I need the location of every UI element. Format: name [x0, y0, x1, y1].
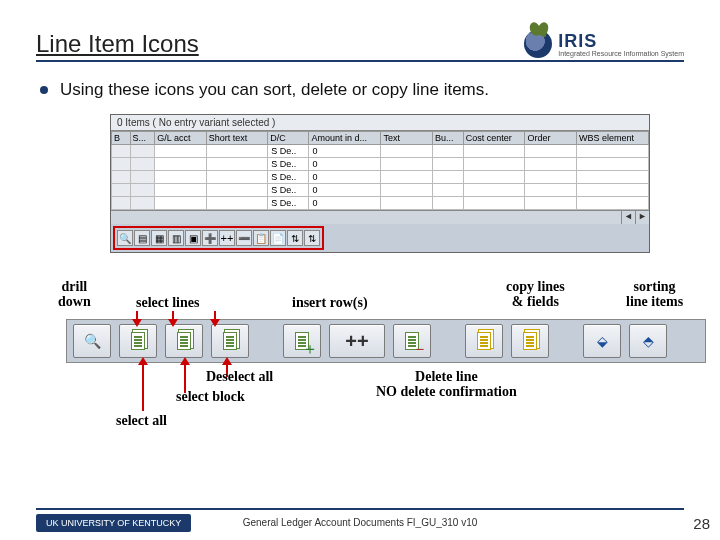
toolbar-icon[interactable]: ⇅ [304, 230, 320, 246]
table-row: S De..0 [112, 184, 649, 197]
line-item-table: B S... G/L acct Short text D/C Amount in… [111, 131, 649, 210]
sort-ascending-button[interactable]: ⬙ [583, 324, 621, 358]
logo-text: IRIS [558, 32, 684, 50]
line-item-table-screenshot: 0 Items ( No entry variant selected ) B … [110, 114, 650, 253]
table-row: S De..0 [112, 197, 649, 210]
delete-row-button[interactable]: － [393, 324, 431, 358]
label-copy-lines: copy lines & fields [506, 279, 565, 310]
table-header-row: B S... G/L acct Short text D/C Amount in… [112, 132, 649, 145]
arrow-icon [142, 363, 144, 411]
toolbar-highlight: 🔍 ▤ ▦ ▥ ▣ ➕ ++ ➖ 📋 📄 ⇅ ⇅ [113, 226, 324, 250]
label-deselect-all: Deselect all [206, 369, 273, 384]
table-row: S De..0 [112, 171, 649, 184]
copy-lines-button[interactable] [465, 324, 503, 358]
label-drill-down: drill down [58, 279, 91, 310]
deselect-all-button[interactable] [211, 324, 249, 358]
table-caption: 0 Items ( No entry variant selected ) [111, 115, 649, 131]
logo-subtext: Integrated Resource Information System [558, 50, 684, 57]
label-select-all: select all [116, 413, 167, 428]
select-all-button[interactable] [119, 324, 157, 358]
iris-logo: IRIS Integrated Resource Information Sys… [524, 30, 684, 58]
toolbar-icon[interactable]: ▣ [185, 230, 201, 246]
arrow-icon [214, 311, 216, 321]
label-sorting: sorting line items [626, 279, 683, 310]
toolbar-icon[interactable]: ++ [219, 230, 235, 246]
insert-row-button[interactable]: ＋ [283, 324, 321, 358]
sort-descending-button[interactable]: ⬘ [629, 324, 667, 358]
arrow-icon [136, 311, 138, 321]
toolbar-icon[interactable]: ➕ [202, 230, 218, 246]
toolbar-icon[interactable]: 📋 [253, 230, 269, 246]
drill-down-button[interactable]: 🔍 [73, 324, 111, 358]
insert-multiple-rows-button[interactable]: ++ [329, 324, 385, 358]
label-select-block: select block [176, 389, 245, 404]
enlarged-toolbar: 🔍 ＋ ++ － ⬙ ⬘ [66, 319, 706, 363]
bullet-icon [40, 86, 48, 94]
copy-fields-button[interactable] [511, 324, 549, 358]
select-block-button[interactable] [165, 324, 203, 358]
arrow-icon [172, 311, 174, 321]
toolbar-icon[interactable]: 🔍 [117, 230, 133, 246]
label-insert-rows: insert row(s) [292, 295, 368, 310]
bullet-text: Using these icons you can sort, delete o… [60, 80, 489, 100]
label-delete-line: Delete line NO delete confirmation [376, 369, 517, 400]
footer-text: General Ledger Account Documents FI_GU_3… [0, 517, 720, 528]
toolbar-icon[interactable]: 📄 [270, 230, 286, 246]
toolbar-icon[interactable]: ▤ [134, 230, 150, 246]
label-select-lines: select lines [136, 295, 199, 310]
toolbar-icon[interactable]: ▥ [168, 230, 184, 246]
page-number: 28 [693, 515, 710, 532]
toolbar-icon[interactable]: ⇅ [287, 230, 303, 246]
footer-rule [36, 508, 684, 510]
toolbar-icon[interactable]: ➖ [236, 230, 252, 246]
toolbar-icon[interactable]: ▦ [151, 230, 167, 246]
table-row: S De..0 [112, 145, 649, 158]
page-title: Line Item Icons [36, 30, 199, 58]
table-row: S De..0 [112, 158, 649, 171]
horizontal-scrollbar[interactable]: ◄► [111, 210, 649, 224]
